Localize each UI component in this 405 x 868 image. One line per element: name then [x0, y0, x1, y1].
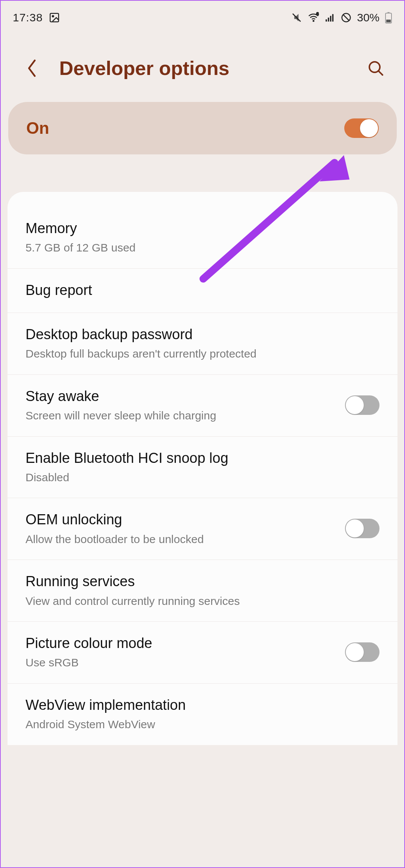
item-title: Stay awake: [26, 387, 345, 406]
item-running-services[interactable]: Running services View and control curren…: [8, 560, 398, 622]
page-title: Developer options: [59, 57, 365, 79]
item-title: WebView implementation: [26, 696, 380, 715]
svg-rect-11: [386, 19, 391, 22]
svg-rect-5: [328, 18, 329, 22]
item-stay-awake[interactable]: Stay awake Screen will never sleep while…: [8, 375, 398, 437]
do-not-disturb-icon: [340, 12, 352, 23]
item-memory[interactable]: Memory 5.7 GB of 12 GB used: [8, 207, 398, 269]
item-title: Bug report: [26, 281, 380, 300]
item-desktop-backup-password[interactable]: Desktop backup password Desktop full bac…: [8, 313, 398, 375]
item-sub: Android System WebView: [26, 717, 380, 732]
item-bug-report[interactable]: Bug report: [8, 269, 398, 313]
item-title: Enable Bluetooth HCI snoop log: [26, 449, 380, 468]
wifi-icon: 6: [308, 12, 320, 23]
item-sub: 5.7 GB of 12 GB used: [26, 240, 380, 256]
toggle-oem-unlocking[interactable]: [345, 519, 380, 538]
svg-point-2: [313, 21, 314, 22]
item-title: OEM unlocking: [26, 510, 345, 529]
item-bluetooth-hci[interactable]: Enable Bluetooth HCI snoop log Disabled: [8, 437, 398, 498]
item-sub: Disabled: [26, 470, 380, 485]
toggle-stay-awake[interactable]: [345, 395, 380, 415]
status-time: 17:38: [13, 11, 43, 24]
picture-icon: [49, 12, 60, 23]
battery-percent: 30%: [357, 11, 380, 24]
item-title: Memory: [26, 219, 380, 238]
svg-text:6: 6: [316, 12, 318, 16]
item-sub: Screen will never sleep while charging: [26, 408, 345, 424]
header: Developer options: [1, 31, 404, 98]
item-sub: View and control currently running servi…: [26, 594, 380, 609]
back-button[interactable]: [22, 58, 41, 78]
item-picture-colour-mode[interactable]: Picture colour mode Use sRGB: [8, 622, 398, 684]
item-sub: Desktop full backups aren't currently pr…: [26, 346, 380, 362]
master-toggle-label: On: [26, 119, 49, 138]
vibrate-mute-icon: [291, 12, 302, 23]
svg-rect-6: [330, 16, 332, 21]
svg-point-1: [52, 15, 54, 17]
item-oem-unlocking[interactable]: OEM unlocking Allow the bootloader to be…: [8, 498, 398, 560]
signal-icon: [325, 12, 335, 23]
item-title: Picture colour mode: [26, 634, 345, 653]
status-bar: 17:38 6: [1, 1, 404, 31]
master-toggle-row[interactable]: On: [8, 102, 397, 154]
item-title: Running services: [26, 572, 380, 591]
item-title: Desktop backup password: [26, 325, 380, 344]
battery-icon: [385, 12, 392, 24]
settings-list: Memory 5.7 GB of 12 GB used Bug report D…: [8, 192, 398, 745]
toggle-picture-colour[interactable]: [345, 642, 380, 662]
master-toggle-switch[interactable]: [344, 118, 379, 138]
svg-rect-0: [50, 13, 59, 22]
status-right: 6 30%: [291, 11, 392, 24]
item-sub: Use sRGB: [26, 655, 345, 670]
svg-rect-7: [332, 14, 334, 22]
item-sub: Allow the bootloader to be unlocked: [26, 532, 345, 547]
svg-rect-10: [387, 12, 389, 13]
search-button[interactable]: [365, 59, 386, 77]
item-webview-implementation[interactable]: WebView implementation Android System We…: [8, 684, 398, 745]
status-left: 17:38: [13, 11, 60, 24]
svg-rect-4: [326, 19, 327, 22]
